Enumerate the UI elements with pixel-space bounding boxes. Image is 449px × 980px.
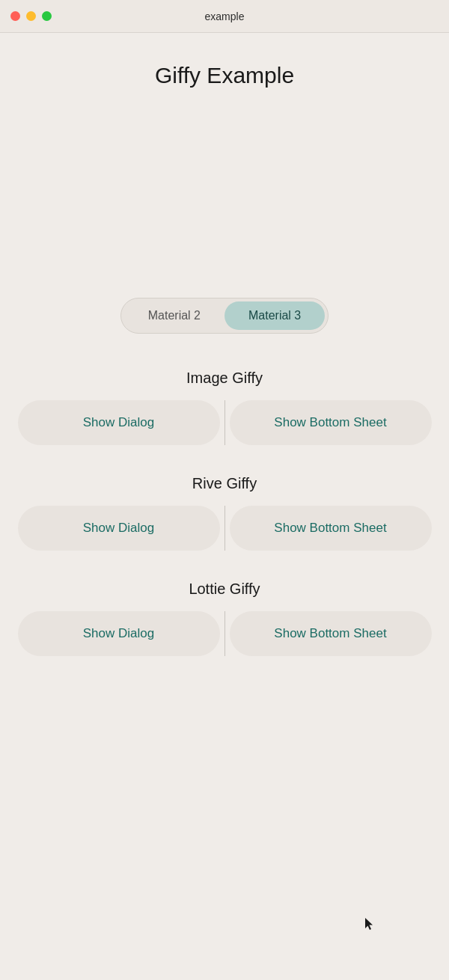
main-content: Giffy Example Material 2 Material 3 Imag… [0, 33, 449, 716]
close-button[interactable] [10, 11, 20, 21]
minimize-button[interactable] [26, 11, 36, 21]
material-toggle-group: Material 2 Material 3 [120, 298, 329, 334]
rive-giffy-show-bottom-sheet-button[interactable]: Show Bottom Sheet [230, 506, 432, 551]
titlebar: example [0, 0, 449, 33]
toggle-material3[interactable]: Material 3 [224, 301, 325, 330]
traffic-lights [10, 11, 52, 21]
mouse-cursor [365, 918, 374, 931]
image-giffy-show-bottom-sheet-button[interactable]: Show Bottom Sheet [230, 400, 432, 445]
button-divider [224, 400, 225, 445]
rive-giffy-show-dialog-button[interactable]: Show Dialog [18, 506, 220, 551]
lottie-giffy-title: Lottie Giffy [189, 581, 260, 598]
lottie-giffy-section: Lottie Giffy Show Dialog Show Bottom She… [15, 581, 434, 656]
rive-giffy-title: Rive Giffy [192, 475, 257, 492]
button-divider-2 [224, 506, 225, 551]
button-divider-3 [224, 611, 225, 656]
rive-giffy-button-row: Show Dialog Show Bottom Sheet [15, 506, 434, 551]
lottie-giffy-show-dialog-button[interactable]: Show Dialog [18, 611, 220, 656]
window-title: example [205, 10, 245, 22]
image-giffy-button-row: Show Dialog Show Bottom Sheet [15, 400, 434, 445]
image-giffy-section: Image Giffy Show Dialog Show Bottom Shee… [15, 370, 434, 445]
page-title: Giffy Example [155, 63, 294, 88]
rive-giffy-section: Rive Giffy Show Dialog Show Bottom Sheet [15, 475, 434, 551]
lottie-giffy-button-row: Show Dialog Show Bottom Sheet [15, 611, 434, 656]
toggle-material2[interactable]: Material 2 [124, 301, 224, 330]
image-giffy-show-dialog-button[interactable]: Show Dialog [18, 400, 220, 445]
image-giffy-title: Image Giffy [186, 370, 263, 387]
lottie-giffy-show-bottom-sheet-button[interactable]: Show Bottom Sheet [230, 611, 432, 656]
maximize-button[interactable] [42, 11, 52, 21]
